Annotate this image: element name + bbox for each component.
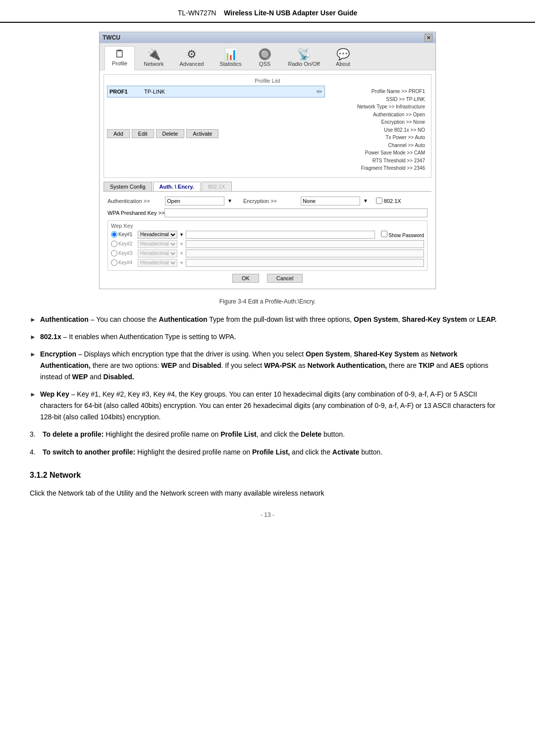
checkbox-802x[interactable]	[376, 198, 382, 204]
bullet-encryption: ► Encryption – Displays which encryption…	[30, 349, 505, 383]
profile-row: PROF1 TP-LINK ✏	[107, 86, 325, 98]
numbered-label-3: 3.	[30, 429, 39, 441]
numbered-text-4: To switch to another profile: Highlight …	[43, 447, 505, 458]
profile-icon: 🗒	[114, 49, 125, 59]
wep-key4-label: Key#4	[111, 259, 136, 266]
tab-system-config[interactable]: System Config	[104, 182, 152, 191]
profile-info: Profile Name >> PROF1 SSID >> TP-LINK Ne…	[329, 86, 428, 174]
auth-input[interactable]	[165, 197, 224, 205]
wep-key1-dropdown[interactable]: ▼	[179, 232, 184, 237]
profile-actions: Add Edit Delete Activate	[107, 127, 325, 140]
wpa-label: WPA Preshared Key >>	[107, 210, 164, 216]
enc-input[interactable]	[301, 197, 360, 205]
wpa-row: WPA Preshared Key >>	[107, 208, 428, 217]
checkbox-802x-label: 802.1X	[384, 198, 401, 204]
close-button[interactable]: ✕	[425, 34, 432, 42]
body-content: ► Authentication – You can choose the Au…	[30, 314, 505, 500]
wep-key3-input[interactable]	[186, 250, 424, 257]
profile-ssid: TP-LINK	[144, 89, 317, 95]
cancel-button[interactable]: Cancel	[267, 274, 303, 283]
wep-key2-label: Key#2	[111, 241, 136, 247]
wep-key2-type[interactable]: Hexadecimal	[138, 240, 177, 248]
toolbar-item-radio[interactable]: 📡 Radio On/Off	[281, 47, 326, 70]
info-line-4: Encryption >> None	[332, 118, 425, 126]
wep-key1-input[interactable]	[186, 231, 375, 239]
page-number: - 13 -	[261, 511, 274, 518]
info-line-6: Tx Power >> Auto	[332, 134, 425, 142]
edit-button[interactable]: Edit	[132, 129, 154, 138]
delete-button[interactable]: Delete	[156, 129, 185, 138]
toolbar-label-radio: Radio On/Off	[288, 61, 320, 67]
model-number: TL-WN727N	[178, 9, 216, 17]
auth-row: Authentication >> ▼ Encryption >> ▼ 802.…	[107, 197, 428, 205]
numbered-label-4: 4.	[30, 447, 39, 458]
profile-edit-icon[interactable]: ✏	[317, 88, 322, 96]
toolbar-item-network[interactable]: 🔌 Network	[137, 47, 170, 70]
profile-list-section: Profile List PROF1 TP-LINK ✏ Add Edit De…	[104, 74, 431, 178]
statistics-icon: 📊	[224, 49, 237, 60]
info-line-2: Network Type >> Infrastructure	[332, 103, 425, 111]
form-buttons: OK Cancel	[107, 274, 428, 283]
app-body: Profile List PROF1 TP-LINK ✏ Add Edit De…	[100, 70, 435, 289]
toolbar-label-about: About	[336, 61, 350, 67]
wep-key3-row: Key#3 Hexadecimal ▼	[111, 250, 424, 257]
enc-dropdown-icon[interactable]: ▼	[363, 198, 368, 203]
section-text-network: Click the Network tab of the Utility and…	[30, 488, 505, 500]
wep-key1-label: Key#1	[111, 231, 136, 238]
info-line-9: RTS Threshold >> 2347	[332, 157, 425, 165]
profile-info-text: Profile Name >> PROF1 SSID >> TP-LINK Ne…	[329, 86, 428, 174]
wep-key4-dropdown: ▼	[179, 260, 184, 265]
app-title: TWCU	[103, 34, 120, 41]
wep-key1-type[interactable]: Hexadecimal	[138, 231, 177, 239]
numbered-item-4: 4. To switch to another profile: Highlig…	[30, 447, 505, 458]
info-line-10: Fragment Threshold >> 2346	[332, 164, 425, 172]
form-area: Authentication >> ▼ Encryption >> ▼ 802.…	[104, 195, 431, 285]
add-button[interactable]: Add	[107, 129, 130, 138]
show-password-checkbox[interactable]	[381, 231, 387, 237]
info-line-1: SSID >> TP-LINK	[332, 96, 425, 103]
toolbar-label-network: Network	[144, 61, 163, 67]
toolbar-label-profile: Profile	[112, 60, 127, 66]
wpa-input[interactable]	[164, 208, 428, 217]
tab-auth-encry[interactable]: Auth. \ Encry.	[153, 182, 201, 191]
auth-dropdown-icon[interactable]: ▼	[227, 198, 232, 203]
wep-key3-type[interactable]: Hexadecimal	[138, 250, 177, 257]
enc-label: Encryption >>	[243, 198, 298, 204]
tab-802x[interactable]: 802.1X	[202, 182, 232, 191]
wep-key2-radio[interactable]	[111, 241, 117, 247]
wep-key4-input[interactable]	[186, 259, 424, 267]
info-line-3: Authentication >> Open	[332, 111, 425, 119]
wep-key3-dropdown: ▼	[179, 251, 184, 256]
auth-label: Authentication >>	[107, 198, 162, 204]
toolbar-item-about[interactable]: 💬 About	[328, 47, 357, 70]
toolbar-item-profile[interactable]: 🗒 Profile	[105, 46, 135, 70]
toolbar-item-qss[interactable]: 🔘 QSS	[250, 47, 279, 70]
app-window: TWCU ✕ 🗒 Profile 🔌 Network ⚙ Advanced 📊 …	[99, 32, 436, 289]
wep-key4-radio[interactable]	[111, 259, 117, 266]
wep-key4-type[interactable]: Hexadecimal	[138, 259, 177, 267]
wep-key2-dropdown: ▼	[179, 242, 184, 247]
wep-key1-radio[interactable]	[111, 231, 117, 238]
numbered-item-3: 3. To delete a profile: Highlight the de…	[30, 429, 505, 441]
toolbar-item-advanced[interactable]: ⚙ Advanced	[173, 47, 211, 70]
qss-icon: 🔘	[258, 49, 271, 60]
check-802x: 802.1X	[376, 198, 401, 204]
profile-name: PROF1	[109, 89, 144, 95]
toolbar-label-statistics: Statistics	[219, 61, 241, 67]
inner-tabs: System Config Auth. \ Encry. 802.1X	[104, 182, 431, 192]
info-line-8: Power Save Mode >> CAM	[332, 149, 425, 157]
wep-key2-input[interactable]	[186, 240, 424, 248]
wep-key3-radio[interactable]	[111, 250, 117, 256]
profile-list-title: Profile List	[107, 78, 428, 84]
bullet-arrow-4: ►	[30, 389, 36, 400]
toolbar-item-statistics[interactable]: 📊 Statistics	[213, 47, 248, 70]
guide-title: Wireless Lite-N USB Adapter User Guide	[224, 9, 357, 17]
ok-button[interactable]: OK	[232, 274, 259, 283]
info-line-0: Profile Name >> PROF1	[332, 88, 425, 96]
wep-key-group: Wep Key Key#1 Hexadecimal ▼	[107, 220, 428, 271]
wep-key4-row: Key#4 Hexadecimal ▼	[111, 259, 424, 267]
activate-button[interactable]: Activate	[186, 129, 218, 138]
bullet-wepkey: ► Wep Key – Key #1, Key #2, Key #3, Key …	[30, 389, 505, 423]
main-content: TWCU ✕ 🗒 Profile 🔌 Network ⚙ Advanced 📊 …	[0, 32, 535, 538]
info-line-7: Channel >> Auto	[332, 142, 425, 150]
